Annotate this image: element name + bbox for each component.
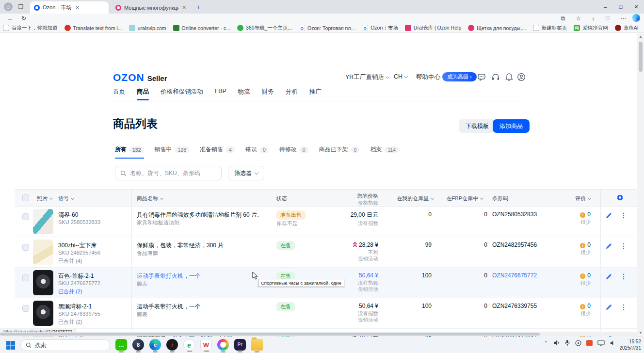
taskbar-app-icon[interactable]: 8 xyxy=(132,339,144,351)
bookmark-item[interactable]: Online converter - c... xyxy=(173,25,230,31)
product-merged[interactable]: 已合并 (4) xyxy=(58,257,82,265)
column-article[interactable]: 货号 xyxy=(58,195,74,202)
nav-item[interactable]: 首页 xyxy=(113,88,125,100)
chat-icon[interactable] xyxy=(477,73,486,81)
bookmark-item[interactable]: uralsvip.com xyxy=(129,25,166,31)
browser-essentials-icon[interactable]: ♡ xyxy=(603,14,612,23)
horizontal-scrollbar[interactable] xyxy=(0,332,637,336)
tab-close-icon[interactable]: ✕ xyxy=(75,5,79,10)
language-selector[interactable]: CH xyxy=(394,73,407,80)
nav-item[interactable]: 价格和促销活动 xyxy=(161,88,203,100)
profile-avatar-icon[interactable]: ☺ xyxy=(4,2,13,11)
tray-chevron-icon[interactable]: ⌃ xyxy=(544,340,548,346)
start-button[interactable] xyxy=(6,340,16,350)
product-article[interactable]: 百色-首标-2-1 xyxy=(58,272,94,280)
status-tab[interactable]: 销售中 128 xyxy=(155,145,190,158)
status-tab[interactable]: 所有 132 xyxy=(115,145,144,159)
bookmark-item[interactable]: O Ozon: Торговая пл... xyxy=(299,25,355,31)
nav-item[interactable]: 物流 xyxy=(238,88,250,100)
product-merged[interactable]: 已合并 (2) xyxy=(58,288,82,295)
product-barcode[interactable]: OZN2580532833 xyxy=(492,211,537,218)
search-input[interactable]: 名称、货号、SKU、条形码 xyxy=(115,166,222,180)
status-tab[interactable]: 准备销售 4 xyxy=(200,145,235,158)
bookmark-item[interactable]: 360导航_一个主页... xyxy=(237,25,292,32)
taskbar-clock[interactable]: 15:52 2025/7/31 xyxy=(620,338,642,351)
row-checkbox[interactable] xyxy=(22,244,29,251)
product-article[interactable]: 300zhi--宝下摩 xyxy=(58,241,97,250)
antivirus-icon[interactable] xyxy=(586,340,593,346)
product-name[interactable]: 运动手表带打火机，一个 xyxy=(137,272,201,280)
price-value[interactable]: 28,28 ¥ xyxy=(359,241,378,248)
support-headset-icon[interactable] xyxy=(491,73,500,81)
microphone-icon[interactable] xyxy=(564,339,570,346)
nav-item[interactable]: 商品 xyxy=(137,88,149,100)
product-thumbnail[interactable] xyxy=(33,240,53,265)
scroll-up-icon[interactable]: ▲ xyxy=(637,34,644,39)
product-name[interactable]: 运动手表带打火机，一个 xyxy=(137,303,201,311)
select-all-checkbox[interactable] xyxy=(22,194,29,201)
row-checkbox[interactable] xyxy=(22,213,29,220)
product-merged[interactable]: 已合并 (2) xyxy=(58,319,82,326)
kebab-menu-icon[interactable]: ⋮ xyxy=(620,211,627,219)
product-thumbnail[interactable] xyxy=(33,209,53,234)
minimize-button[interactable]: – xyxy=(597,0,613,14)
price-value[interactable]: 50,64 ¥ xyxy=(359,303,378,309)
download-template-button[interactable]: 下载模板 xyxy=(459,119,496,133)
status-tab[interactable]: 待修改 0 xyxy=(279,145,308,158)
add-product-button[interactable]: 添加商品 xyxy=(493,119,530,133)
kebab-menu-icon[interactable]: ⋮ xyxy=(620,242,627,250)
new-tab-button[interactable]: + xyxy=(194,3,203,12)
bookmark-item[interactable]: 纯 爱纯净官网 xyxy=(574,25,608,32)
taskbar-app-icon[interactable] xyxy=(251,339,263,351)
edit-pencil-icon[interactable] xyxy=(605,304,612,313)
bookmark-item[interactable]: Щетка для посуды,... xyxy=(468,25,526,31)
store-selector[interactable]: YR工厂直销店 xyxy=(345,73,389,81)
taskbar-search[interactable]: 搜索 xyxy=(20,339,110,351)
column-stock-my[interactable]: 在我的仓库里 xyxy=(397,195,434,202)
product-barcode[interactable]: OZN2476675772 xyxy=(492,272,537,279)
downloads-icon[interactable]: ↓ xyxy=(589,14,597,23)
collections-icon[interactable]: ☆ xyxy=(574,14,583,23)
cast-screen-icon[interactable] xyxy=(597,340,605,346)
kebab-menu-icon[interactable]: ⋮ xyxy=(620,273,627,280)
edit-pencil-icon[interactable] xyxy=(605,212,612,221)
column-name[interactable]: 商品名称 xyxy=(137,195,163,202)
product-article[interactable]: 清界-60 xyxy=(58,211,78,219)
product-thumbnail[interactable] xyxy=(33,301,53,326)
pen-icon[interactable] xyxy=(575,340,581,346)
row-checkbox[interactable] xyxy=(22,274,29,281)
product-barcode[interactable]: OZN2476339755 xyxy=(492,303,537,309)
product-article[interactable]: 黑濑湾标-2-1 xyxy=(58,303,92,311)
taskbar-app-icon[interactable]: ♪ xyxy=(166,339,178,351)
refresh-icon[interactable]: ↻ xyxy=(19,14,28,23)
bookmark-item[interactable]: Ural仓库 | Ozon Help xyxy=(405,25,461,32)
scroll-down-icon[interactable]: ▼ xyxy=(637,331,644,335)
account-icon[interactable] xyxy=(517,73,526,81)
status-tab[interactable]: 错误 0 xyxy=(245,145,269,158)
copilot-icon[interactable] xyxy=(632,14,640,22)
premium-button[interactable]: 成为高级 › xyxy=(442,72,477,81)
vertical-scrollbar[interactable]: ▲ ▼ xyxy=(637,33,644,337)
taskbar-app-icon[interactable] xyxy=(217,339,229,351)
nav-item[interactable]: FBP xyxy=(215,88,226,100)
taskbar-app-icon[interactable]: e xyxy=(149,339,161,351)
product-name[interactable]: 具有消毒作用的强效多功能清洁地板片剂 60 片。 xyxy=(137,211,263,219)
nav-item[interactable]: 分析 xyxy=(286,88,298,100)
bookmark-item[interactable]: 章鱼AI xyxy=(615,25,639,32)
status-tab[interactable]: 商品已下架 0 xyxy=(319,145,360,158)
ozon-logo[interactable]: OZONSeller xyxy=(113,72,167,83)
product-barcode[interactable]: OZN2482957456 xyxy=(492,241,537,248)
bookmark-item[interactable]: O Ozon：市场 xyxy=(362,25,398,32)
more-menu-icon[interactable]: ⋯ xyxy=(619,14,628,23)
notifications-bell-icon[interactable] xyxy=(505,73,514,81)
edit-pencil-icon[interactable] xyxy=(605,243,612,252)
nav-item[interactable]: 推广 xyxy=(309,88,322,100)
taskbar-app-icon[interactable]: W xyxy=(200,339,212,351)
bookmark-item[interactable]: Translate text from i... xyxy=(64,25,122,31)
column-rating[interactable]: 评价 xyxy=(575,195,591,202)
vertical-scroll-thumb[interactable] xyxy=(639,42,643,72)
close-button[interactable]: ✕ xyxy=(628,0,644,14)
browser-tab-active[interactable]: Ozon：市场 ✕ xyxy=(30,1,109,14)
edit-pencil-icon[interactable] xyxy=(605,273,612,282)
table-settings-gear-icon[interactable] xyxy=(616,193,624,203)
